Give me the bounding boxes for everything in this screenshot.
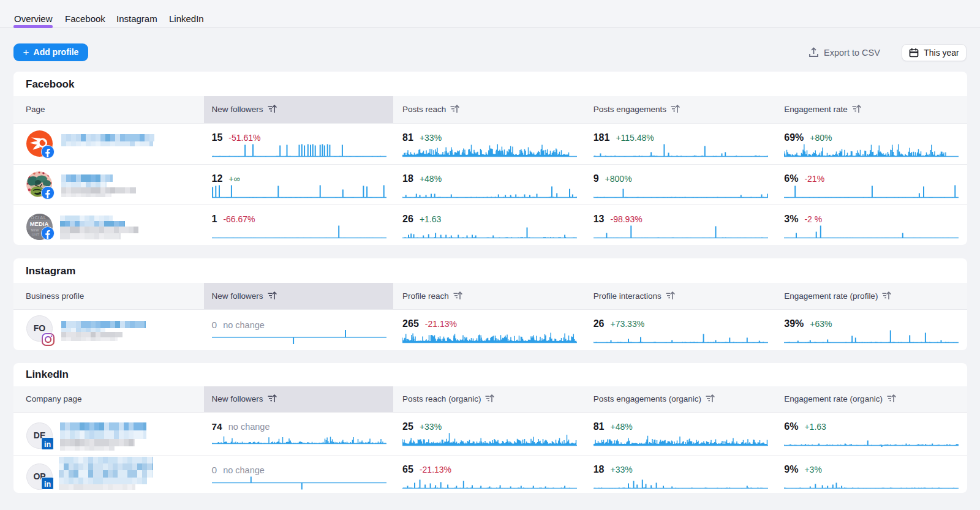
svg-text:UHT: UHT — [32, 233, 40, 236]
svg-text:in: in — [44, 480, 51, 489]
svg-text:OCIAL: OCIAL — [31, 215, 47, 220]
svg-text:in: in — [44, 440, 51, 449]
svg-text:NEW: NEW — [31, 228, 40, 232]
